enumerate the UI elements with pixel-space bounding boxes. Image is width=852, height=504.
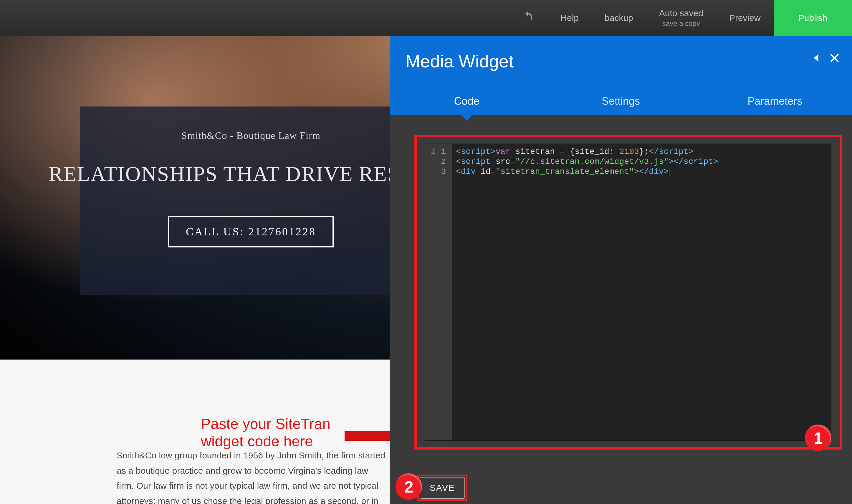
collapse-left-icon[interactable] [811,52,822,65]
panel-title: Media Widget [405,51,514,72]
media-widget-panel: Media Widget Code Settings Parameters i … [389,36,852,504]
tab-code-label: Code [454,95,480,107]
code-area: i 1 2 3 <script>var sitetran = {site_id:… [389,115,852,504]
info-icon: i [430,147,436,157]
tab-settings[interactable]: Settings [544,87,698,115]
close-icon[interactable] [829,52,840,65]
panel-header: Media Widget Code Settings Parameters [389,36,852,115]
line-number: 2 [441,157,446,166]
body-copy: Smith&Co low group founded in 1956 by Jo… [117,448,387,504]
annotation-badge-1: 1 [805,425,831,451]
annotation-label-line1: Paste your SiteTran [201,416,330,432]
autosave-label: Auto saved [659,8,703,18]
panel-controls [811,52,840,65]
tab-settings-label: Settings [602,95,640,107]
autosave-sublabel: save a copy [662,19,700,28]
backup-label: backup [605,13,633,23]
backup-button[interactable]: backup [592,0,646,36]
code-editor[interactable]: i 1 2 3 <script>var sitetran = {site_id:… [425,144,831,441]
hero-overlay-box: Smith&Co - Boutique Law Firm RELATIONSHI… [80,107,422,295]
autosave-button[interactable]: Auto saved save a copy [646,0,716,36]
line-number: 3 [441,167,446,176]
preview-label: Preview [729,13,761,23]
annotation-badge-1-label: 1 [813,428,822,448]
tab-code[interactable]: Code [389,87,544,115]
annotation-badge-2-label: 2 [404,477,413,496]
undo-icon[interactable] [509,10,547,26]
preview-button[interactable]: Preview [716,0,773,36]
panel-tabs: Code Settings Parameters [389,87,852,115]
annotation-badge-2: 2 [396,473,422,500]
line-number: 1 [441,147,446,156]
hero-cta-button[interactable]: CALL US: 2127601228 [168,216,334,248]
top-toolbar: Help backup Auto saved save a copy Previ… [0,0,852,36]
app-root: Help backup Auto saved save a copy Previ… [0,0,852,504]
publish-button[interactable]: Publish [773,0,852,36]
save-button-wrap: SAVE [420,477,465,499]
hero-subtitle: Smith&Co - Boutique Law Firm [181,130,320,141]
help-button[interactable]: Help [547,0,592,36]
tab-parameters-label: Parameters [747,95,802,107]
annotation-label-line2: widget code here [201,433,313,450]
annotation-label: Paste your SiteTran widget code here [201,415,330,450]
annotation-highlight-2 [417,474,467,501]
code-gutter: i 1 2 3 [425,144,452,440]
hero-cta-label: CALL US: 2127601228 [186,226,316,238]
code-lines[interactable]: <script>var sitetran = {site_id: 2103};<… [452,144,831,440]
help-label: Help [560,13,579,23]
tab-parameters[interactable]: Parameters [698,87,852,115]
publish-label: Publish [798,13,827,23]
